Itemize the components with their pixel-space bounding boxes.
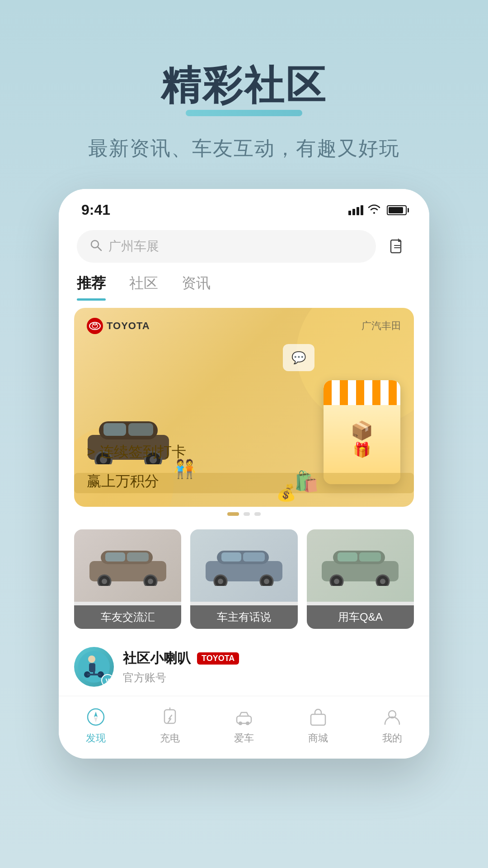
status-time: 9:41 xyxy=(81,202,110,218)
tab-community[interactable]: 社区 xyxy=(129,274,158,301)
category-card-1[interactable]: 车友交流汇 xyxy=(74,529,181,629)
svg-rect-21 xyxy=(127,552,149,561)
banner-dots xyxy=(74,507,414,518)
share-icon[interactable] xyxy=(383,232,411,260)
dot-1[interactable] xyxy=(227,512,239,516)
nav-shop[interactable]: 商城 xyxy=(286,705,350,745)
nav-discover-label: 发现 xyxy=(86,731,106,745)
nav-shop-label: 商城 xyxy=(308,731,328,745)
search-icon xyxy=(89,239,102,255)
nav-discover[interactable]: 发现 xyxy=(64,705,127,745)
tab-recommend[interactable]: 推荐 xyxy=(77,274,106,301)
nav-car-label: 爱车 xyxy=(234,731,254,745)
category-label-3: 用车Q&A xyxy=(307,605,414,629)
category-card-2-image xyxy=(190,529,297,602)
wifi-icon xyxy=(368,204,380,217)
nav-charge[interactable]: 充电 xyxy=(138,705,202,745)
svg-point-34 xyxy=(334,579,339,584)
toyota-badge: TOYOTA xyxy=(197,652,239,665)
nav-charge-label: 充电 xyxy=(160,731,180,745)
svg-point-45 xyxy=(88,709,104,725)
svg-rect-2 xyxy=(391,240,401,253)
svg-rect-13 xyxy=(128,423,153,436)
tab-news[interactable]: 资讯 xyxy=(182,274,211,301)
bottom-nav: 发现 充电 xyxy=(59,696,429,759)
svg-rect-29 xyxy=(243,552,265,561)
compass-icon xyxy=(84,705,108,729)
svg-rect-53 xyxy=(311,714,325,725)
svg-point-39 xyxy=(88,656,95,663)
category-label-2: 车主有话说 xyxy=(190,605,297,629)
hero-subtitle: 最新资讯、车友互动，有趣又好玩 xyxy=(0,135,488,162)
post-avatar: v xyxy=(74,647,114,687)
svg-rect-36 xyxy=(338,552,357,561)
category-card-2[interactable]: 车主有话说 xyxy=(190,529,297,629)
dot-2[interactable] xyxy=(244,512,250,516)
svg-rect-50 xyxy=(237,716,251,723)
svg-point-19 xyxy=(148,579,153,584)
banner-text: > 连续签到打卡 赢上万积分 xyxy=(74,434,414,507)
banner-text-line2: 赢上万积分 xyxy=(87,473,159,489)
svg-point-18 xyxy=(102,579,107,584)
search-placeholder-text: 广州车展 xyxy=(108,238,159,255)
category-section: 车友交流汇 车主有话说 xyxy=(59,525,429,638)
category-label-1: 车友交流汇 xyxy=(74,605,181,629)
svg-line-1 xyxy=(98,247,101,250)
post-info: 社区小喇叭 TOYOTA 官方账号 xyxy=(123,649,414,685)
search-section: 广州车展 xyxy=(59,223,429,267)
svg-point-26 xyxy=(218,579,223,584)
post-subtitle: 官方账号 xyxy=(123,670,414,685)
svg-point-51 xyxy=(239,722,242,725)
nav-profile-label: 我的 xyxy=(382,731,402,745)
svg-point-27 xyxy=(264,579,269,584)
status-bar: 9:41 xyxy=(59,189,429,223)
post-author-name: 社区小喇叭 xyxy=(123,649,191,668)
banner-section: TOYOTA 广汽丰田 💬 xyxy=(59,301,429,525)
hero-title: 精彩社区 xyxy=(161,59,327,113)
post-name-row: 社区小喇叭 TOYOTA xyxy=(123,649,414,668)
signal-bars-icon xyxy=(348,205,363,215)
avatar-badge: v xyxy=(101,674,114,687)
svg-marker-46 xyxy=(94,712,98,717)
banner-card[interactable]: TOYOTA 广汽丰田 💬 xyxy=(74,308,414,507)
phone-mockup: 9:41 xyxy=(59,189,429,759)
svg-rect-20 xyxy=(105,552,125,561)
banner-text-line1: > 连续签到打卡 xyxy=(87,443,186,460)
category-card-3-image xyxy=(307,529,414,602)
svg-point-52 xyxy=(246,722,249,725)
svg-marker-47 xyxy=(94,717,98,722)
svg-point-35 xyxy=(380,579,385,584)
status-icons xyxy=(348,204,407,217)
svg-rect-37 xyxy=(359,552,381,561)
category-card-3[interactable]: 用车Q&A xyxy=(307,529,414,629)
nav-car[interactable]: 爱车 xyxy=(212,705,276,745)
car-icon xyxy=(232,705,256,729)
svg-rect-28 xyxy=(221,552,241,561)
banner-main-text: > 连续签到打卡 赢上万积分 xyxy=(87,434,401,493)
post-section[interactable]: v 社区小喇叭 TOYOTA 官方账号 xyxy=(59,638,429,696)
shop-icon xyxy=(306,705,330,729)
hero-section: 精彩社区 最新资讯、车友互动，有趣又好玩 xyxy=(0,0,488,189)
nav-profile[interactable]: 我的 xyxy=(361,705,424,745)
svg-rect-48 xyxy=(164,710,175,723)
search-bar[interactable]: 广州车展 xyxy=(77,230,376,263)
svg-rect-12 xyxy=(103,423,126,436)
user-icon xyxy=(380,705,404,729)
tabs-section: 推荐 社区 资讯 xyxy=(59,267,429,301)
charge-icon xyxy=(158,705,182,729)
battery-icon xyxy=(387,205,407,215)
category-card-1-image xyxy=(74,529,181,602)
dot-3[interactable] xyxy=(254,512,261,516)
